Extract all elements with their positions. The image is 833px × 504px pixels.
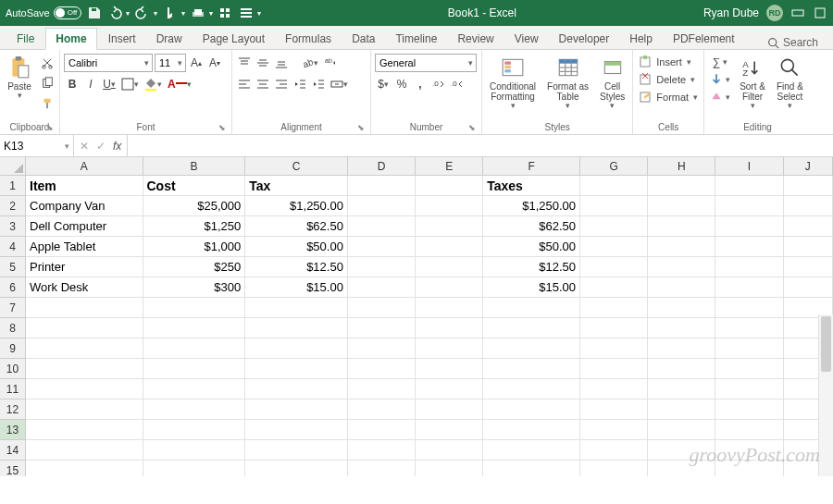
- cell[interactable]: Work Desk: [26, 277, 143, 298]
- align-right-button[interactable]: [273, 75, 290, 93]
- vertical-scrollbar[interactable]: [818, 314, 833, 476]
- fx-icon[interactable]: fx: [113, 140, 121, 153]
- row-header[interactable]: 5: [0, 257, 26, 277]
- row-header[interactable]: 7: [0, 298, 26, 318]
- cell[interactable]: [143, 379, 246, 400]
- cell[interactable]: Item: [26, 176, 143, 196]
- cell[interactable]: [715, 359, 783, 379]
- cell[interactable]: [648, 400, 715, 420]
- increase-font-button[interactable]: A▴: [188, 54, 205, 72]
- cell[interactable]: $12.50: [483, 257, 580, 277]
- cell[interactable]: [715, 176, 783, 196]
- row-header[interactable]: 8: [0, 318, 26, 338]
- cell[interactable]: [580, 359, 648, 379]
- tab-formulas[interactable]: Formulas: [276, 29, 341, 49]
- cell[interactable]: [580, 338, 648, 359]
- cell[interactable]: [580, 440, 648, 461]
- increase-indent-button[interactable]: [310, 75, 327, 93]
- cell[interactable]: [416, 176, 483, 196]
- cell[interactable]: [483, 298, 580, 318]
- cell[interactable]: [348, 257, 416, 277]
- cell[interactable]: [580, 298, 648, 318]
- cell[interactable]: [715, 277, 783, 298]
- cell[interactable]: [483, 400, 580, 420]
- cell[interactable]: $15.00: [483, 277, 580, 298]
- cell[interactable]: [348, 176, 416, 196]
- cell[interactable]: [416, 440, 483, 461]
- cell[interactable]: $1,250.00: [483, 196, 580, 216]
- cell[interactable]: [784, 237, 833, 257]
- tab-file[interactable]: File: [7, 29, 44, 49]
- cell[interactable]: [26, 359, 143, 379]
- cell[interactable]: [715, 318, 783, 338]
- cell[interactable]: [143, 318, 246, 338]
- row-header[interactable]: 12: [0, 400, 26, 420]
- column-header[interactable]: J: [784, 157, 833, 176]
- cell[interactable]: [580, 318, 648, 338]
- cell[interactable]: [715, 257, 783, 277]
- cell[interactable]: [648, 237, 715, 257]
- cell[interactable]: $300: [143, 277, 246, 298]
- autosave-toggle[interactable]: AutoSave Off: [6, 6, 81, 19]
- tab-review[interactable]: Review: [448, 29, 503, 49]
- tab-home[interactable]: Home: [45, 28, 96, 50]
- border-button[interactable]: ▾: [119, 75, 141, 93]
- row-header[interactable]: 4: [0, 237, 26, 257]
- cell[interactable]: [483, 338, 580, 359]
- cell[interactable]: [580, 176, 648, 196]
- cell[interactable]: $15.00: [245, 277, 348, 298]
- row-header[interactable]: 2: [0, 196, 26, 216]
- cell[interactable]: $25,000: [143, 196, 246, 216]
- cell-styles-button[interactable]: Cell Styles▾: [596, 54, 628, 113]
- cell[interactable]: [580, 420, 648, 440]
- cell[interactable]: $62.50: [245, 216, 348, 237]
- decrease-decimal-button[interactable]: .0: [449, 75, 466, 93]
- cell[interactable]: [143, 359, 246, 379]
- cell[interactable]: [143, 440, 246, 461]
- autosum-button[interactable]: ∑▾: [708, 54, 732, 70]
- cell[interactable]: [245, 359, 348, 379]
- cell[interactable]: [26, 338, 143, 359]
- cell[interactable]: [483, 318, 580, 338]
- cell[interactable]: [348, 440, 416, 461]
- dialog-launcher-icon[interactable]: ⬊: [46, 123, 54, 132]
- save-icon[interactable]: [87, 6, 102, 20]
- cell[interactable]: [715, 420, 783, 440]
- sort-filter-button[interactable]: AZ Sort & Filter▾: [736, 54, 769, 113]
- cell[interactable]: [648, 277, 715, 298]
- row-header[interactable]: 1: [0, 176, 26, 196]
- column-header[interactable]: I: [715, 157, 783, 176]
- underline-button[interactable]: U▾: [101, 75, 118, 93]
- column-header[interactable]: B: [143, 157, 246, 176]
- dialog-launcher-icon[interactable]: ⬊: [468, 123, 476, 132]
- cell[interactable]: [143, 338, 246, 359]
- cell[interactable]: [143, 400, 246, 420]
- cell[interactable]: [26, 379, 143, 400]
- cell[interactable]: Apple Tablet: [26, 237, 143, 257]
- cell[interactable]: [416, 400, 483, 420]
- align-center-button[interactable]: [255, 75, 271, 93]
- copy-button[interactable]: [39, 74, 56, 92]
- tab-page-layout[interactable]: Page Layout: [193, 29, 274, 49]
- cell[interactable]: [648, 338, 715, 359]
- paste-button[interactable]: Paste ▾: [4, 54, 35, 103]
- undo-icon[interactable]: [107, 6, 122, 20]
- scrollbar-thumb[interactable]: [821, 316, 831, 372]
- redo-icon[interactable]: [135, 6, 150, 20]
- cell[interactable]: [348, 359, 416, 379]
- tab-draw[interactable]: Draw: [147, 29, 192, 49]
- cell[interactable]: [715, 338, 783, 359]
- find-select-button[interactable]: Find & Select▾: [773, 54, 807, 113]
- cell[interactable]: [348, 216, 416, 237]
- tab-developer[interactable]: Developer: [550, 29, 619, 49]
- formula-input[interactable]: [128, 135, 833, 156]
- cell[interactable]: [784, 196, 833, 216]
- cell[interactable]: [245, 338, 348, 359]
- cell[interactable]: [416, 298, 483, 318]
- cell[interactable]: Tax: [245, 176, 348, 196]
- cell[interactable]: [245, 461, 348, 476]
- tab-pdfelement[interactable]: PDFelement: [664, 29, 744, 49]
- cell[interactable]: [648, 298, 715, 318]
- align-top-button[interactable]: [236, 54, 253, 72]
- cell[interactable]: [784, 257, 833, 277]
